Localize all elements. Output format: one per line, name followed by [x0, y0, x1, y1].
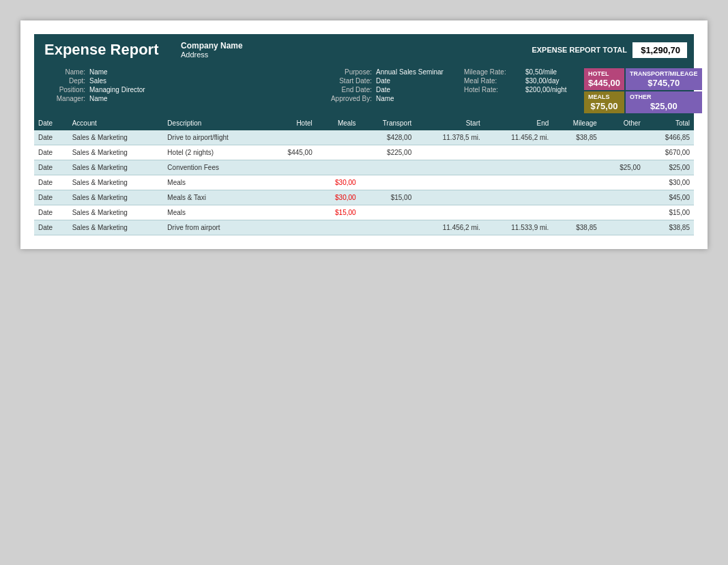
cell-start	[416, 160, 484, 175]
info-middle: Purpose: Annual Sales Seminar Start Date…	[321, 66, 457, 116]
transport-box-label: TRANSPORT/MILEAGE	[630, 70, 698, 77]
info-left: Name: Name Dept: Sales Position: Managin…	[34, 66, 321, 116]
col-meals: Meals	[317, 116, 360, 130]
table-row: DateSales & MarketingConvention Fees$25,…	[34, 160, 694, 175]
info-rates: Mileage Rate: $0,50/mile Meal Rate: $30,…	[457, 66, 580, 116]
cell-other	[601, 190, 645, 205]
table-row: DateSales & MarketingMeals$15,00$15,00	[34, 205, 694, 220]
table-row: DateSales & MarketingDrive to airport/fl…	[34, 130, 694, 145]
cell-total: $30,00	[645, 175, 694, 190]
manager-value: Name	[89, 95, 108, 102]
cell-transport	[360, 175, 416, 190]
company-name: Company Name	[181, 41, 514, 50]
cell-hotel	[267, 130, 317, 145]
col-account: Account	[68, 116, 164, 130]
manager-row: Manager: Name	[41, 95, 314, 102]
meals-box-value: $75,00	[588, 101, 620, 111]
other-box-label: OTHER	[630, 93, 698, 100]
transport-box-value: $745,70	[630, 78, 698, 88]
cell-other: $25,00	[601, 160, 645, 175]
cell-description: Drive to airport/flight	[163, 130, 267, 145]
position-row: Position: Managing Director	[41, 86, 314, 93]
cell-description: Drive from airport	[163, 220, 267, 235]
hotel-rate-row: Hotel Rate: $200,00/night	[464, 86, 573, 93]
start-date-row: Start Date: Date	[327, 77, 450, 85]
cell-description: Meals & Taxi	[163, 190, 267, 205]
cell-description: Convention Fees	[163, 160, 267, 175]
col-mileage: Mileage	[553, 116, 601, 130]
name-label: Name:	[41, 68, 85, 76]
table-row: DateSales & MarketingMeals & Taxi$30,00$…	[34, 190, 694, 205]
cell-end: 11.533,9 mi.	[484, 220, 553, 235]
manager-label: Manager:	[41, 95, 85, 102]
other-summary-box: OTHER $25,00	[626, 91, 702, 113]
cell-date: Date	[34, 145, 68, 160]
approved-label: Approved By:	[327, 95, 372, 102]
table-row: DateSales & MarketingHotel (2 nights)$44…	[34, 145, 694, 160]
cell-end	[484, 205, 553, 220]
cell-total: $25,00	[645, 160, 694, 175]
expense-table: Date Account Description Hotel Meals Tra…	[34, 116, 694, 235]
start-date-label: Start Date:	[327, 77, 372, 85]
cell-start	[416, 145, 484, 160]
position-value: Managing Director	[89, 86, 145, 93]
purpose-label: Purpose:	[327, 68, 372, 76]
company-address: Address	[181, 50, 514, 59]
cell-date: Date	[34, 220, 68, 235]
cell-other	[601, 145, 645, 160]
cell-account: Sales & Marketing	[68, 190, 164, 205]
cell-hotel	[267, 190, 317, 205]
dept-value: Sales	[89, 77, 106, 85]
summary-boxes: HOTEL $445,00 TRANSPORT/MILEAGE $745,70 …	[580, 66, 706, 116]
cell-meals: $15,00	[317, 205, 360, 220]
col-other: Other	[601, 116, 645, 130]
col-hotel: Hotel	[267, 116, 317, 130]
other-box-value: $25,00	[630, 101, 698, 111]
end-date-label: End Date:	[327, 86, 372, 93]
cell-other	[601, 205, 645, 220]
cell-end	[484, 190, 553, 205]
meal-rate-label: Meal Rate:	[464, 77, 525, 85]
cell-date: Date	[34, 130, 68, 145]
cell-other	[601, 130, 645, 145]
dept-label: Dept:	[41, 77, 85, 85]
page: Expense Report Company Name Address EXPE…	[20, 20, 708, 249]
cell-transport: $15,00	[360, 190, 416, 205]
meal-rate-row: Meal Rate: $30,00/day	[464, 77, 573, 85]
cell-total: $38,85	[645, 220, 694, 235]
col-transport: Transport	[360, 116, 416, 130]
col-end: End	[484, 116, 553, 130]
cell-meals	[317, 130, 360, 145]
hotel-rate-value: $200,00/night	[525, 86, 567, 93]
cell-date: Date	[34, 175, 68, 190]
cell-mileage: $38,85	[553, 220, 601, 235]
header: Expense Report Company Name Address EXPE…	[34, 34, 694, 66]
cell-total: $45,00	[645, 190, 694, 205]
approved-value: Name	[376, 95, 394, 102]
cell-mileage	[553, 160, 601, 175]
cell-hotel	[267, 175, 317, 190]
cell-start	[416, 175, 484, 190]
report-title: Expense Report	[44, 41, 160, 59]
hotel-box-value: $445,00	[588, 78, 620, 88]
cell-end	[484, 175, 553, 190]
purpose-row: Purpose: Annual Sales Seminar	[327, 68, 450, 76]
cell-meals	[317, 220, 360, 235]
end-date-row: End Date: Date	[327, 86, 450, 93]
meals-box-label: MEALS	[588, 93, 620, 100]
start-date-value: Date	[376, 77, 390, 85]
col-start: Start	[416, 116, 484, 130]
cell-start	[416, 205, 484, 220]
cell-mileage	[553, 190, 601, 205]
info-section: Name: Name Dept: Sales Position: Managin…	[34, 66, 694, 116]
cell-date: Date	[34, 160, 68, 175]
end-date-value: Date	[376, 86, 390, 93]
col-total: Total	[645, 116, 694, 130]
cell-description: Meals	[163, 205, 267, 220]
cell-end	[484, 145, 553, 160]
cell-date: Date	[34, 205, 68, 220]
cell-account: Sales & Marketing	[68, 130, 164, 145]
cell-transport: $428,00	[360, 130, 416, 145]
cell-mileage	[553, 205, 601, 220]
cell-total: $15,00	[645, 205, 694, 220]
